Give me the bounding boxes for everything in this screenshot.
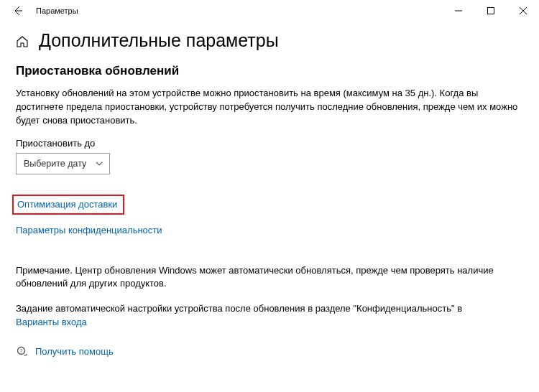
maximize-icon [487, 7, 494, 14]
dropdown-value: Выберите дату [24, 159, 86, 169]
delivery-optimization-link[interactable]: Оптимизация доставки [17, 199, 117, 210]
home-button[interactable] [16, 35, 29, 48]
maximize-button[interactable] [474, 0, 507, 22]
help-row: ? Получить помощь [16, 345, 523, 358]
arrow-left-icon [12, 5, 24, 17]
note-signin: Задание автоматической настройки устройс… [16, 302, 523, 330]
get-help-link[interactable]: Получить помощь [35, 346, 114, 357]
minimize-icon [455, 7, 462, 14]
page-title: Дополнительные параметры [39, 30, 279, 51]
signin-options-link[interactable]: Варианты входа [16, 316, 87, 330]
minimize-button[interactable] [442, 0, 474, 22]
home-icon [16, 35, 29, 48]
window-title: Параметры [36, 6, 78, 15]
pause-date-dropdown[interactable]: Выберите дату [16, 153, 110, 174]
highlighted-box: Оптимизация доставки [12, 195, 124, 215]
titlebar: Параметры [0, 0, 539, 22]
close-button[interactable] [507, 0, 539, 22]
section-title: Приостановка обновлений [16, 64, 523, 78]
chevron-down-icon [95, 159, 103, 168]
notes-block: Примечание. Центр обновления Windows мож… [16, 264, 523, 330]
content-area: Дополнительные параметры Приостановка об… [0, 22, 539, 358]
section-description: Установку обновлений на этом устройстве … [16, 87, 523, 128]
note-update-center: Примечание. Центр обновления Windows мож… [16, 264, 523, 291]
privacy-settings-link[interactable]: Параметры конфиденциальности [16, 225, 162, 235]
page-header: Дополнительные параметры [16, 30, 523, 51]
links-block: Оптимизация доставки Параметры конфиденц… [16, 195, 523, 235]
pause-until-label: Приостановить до [16, 138, 523, 149]
window-controls [442, 0, 539, 22]
help-icon: ? [16, 345, 28, 358]
svg-rect-2 [487, 8, 494, 14]
back-button[interactable] [7, 0, 29, 22]
svg-text:?: ? [20, 348, 23, 353]
close-icon [520, 7, 527, 14]
